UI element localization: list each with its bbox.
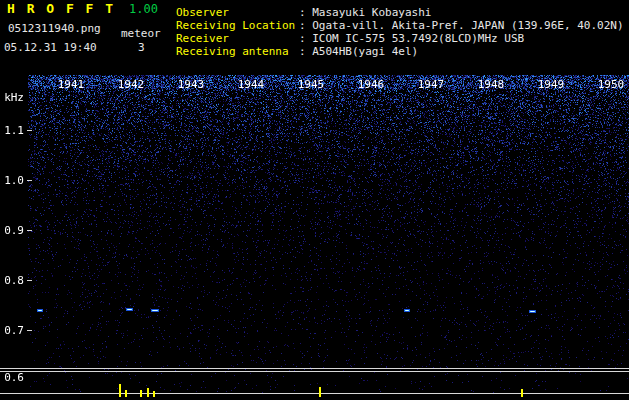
title-row: H R O F F T 1.00 xyxy=(7,2,158,16)
frequency-tick-label: 0.7 xyxy=(0,324,24,337)
separator-line xyxy=(0,393,629,394)
info-label: Receiving Location xyxy=(176,19,299,32)
time-label: 1950 xyxy=(598,78,625,91)
meter-tick xyxy=(140,390,142,397)
info-row: Receiver: ICOM IC-575 53.7492(8LCD)MHz U… xyxy=(176,32,624,45)
meter-tick xyxy=(125,390,127,397)
datetime-label: 05.12.31 19:40 xyxy=(4,41,97,54)
info-colon: : xyxy=(299,32,312,45)
meter-tick xyxy=(119,384,121,397)
time-label: 1948 xyxy=(478,78,505,91)
time-label: 1941 xyxy=(58,78,85,91)
time-label: 1949 xyxy=(538,78,565,91)
info-value: Ogata-vill. Akita-Pref. JAPAN (139.96E, … xyxy=(312,19,623,32)
info-label: Receiver xyxy=(176,32,299,45)
info-value: A504HB(yagi 4el) xyxy=(312,45,418,58)
echo-count: 3 xyxy=(138,41,145,54)
app-title: H R O F F T xyxy=(7,2,115,15)
frequency-tick-mark xyxy=(27,280,32,281)
time-label: 1944 xyxy=(238,78,265,91)
meter-tick xyxy=(147,388,149,397)
time-label: 1945 xyxy=(298,78,325,91)
frequency-tick-mark xyxy=(27,230,32,231)
info-value: ICOM IC-575 53.7492(8LCD)MHz USB xyxy=(312,32,524,45)
meter-tick xyxy=(153,391,155,397)
observer-info-block: Observer: Masayuki KobayashiReceiving Lo… xyxy=(176,6,624,58)
output-filename: 0512311940.png xyxy=(8,22,101,35)
frequency-tick-mark xyxy=(27,180,32,181)
time-axis: 1941194219431944194519461947194819491950 xyxy=(0,75,629,91)
hrofft-screen: H R O F F T 1.00 0512311940.png meteor 0… xyxy=(0,0,629,400)
info-row: Observer: Masayuki Kobayashi xyxy=(176,6,624,19)
frequency-tick-mark xyxy=(27,130,32,131)
info-value: Masayuki Kobayashi xyxy=(312,6,431,19)
info-label: Observer xyxy=(176,6,299,19)
info-row: Receiving Location: Ogata-vill. Akita-Pr… xyxy=(176,19,624,32)
frequency-tick-label: 1.0 xyxy=(0,174,24,187)
mode-label: meteor xyxy=(121,27,161,40)
info-colon: : xyxy=(299,45,312,58)
separator-line xyxy=(0,371,629,372)
time-label: 1947 xyxy=(418,78,445,91)
spectrogram-canvas xyxy=(28,75,629,393)
info-label: Receiving antenna xyxy=(176,45,299,58)
frequency-tick-label: 1.1 xyxy=(0,124,24,137)
frequency-unit-label: kHz xyxy=(0,91,24,104)
meter-tick xyxy=(521,389,523,397)
frequency-tick-label: 0.6 xyxy=(0,371,24,384)
separator-line xyxy=(0,368,629,369)
frequency-tick-label: 0.9 xyxy=(0,224,24,237)
info-colon: : xyxy=(299,19,312,32)
time-label: 1943 xyxy=(178,78,205,91)
frequency-tick-label: 0.8 xyxy=(0,274,24,287)
time-label: 1942 xyxy=(118,78,145,91)
info-row: Receiving antenna: A504HB(yagi 4el) xyxy=(176,45,624,58)
app-version-label: 1.00 xyxy=(129,3,158,16)
frequency-tick-mark xyxy=(27,330,32,331)
info-colon: : xyxy=(299,6,312,19)
meter-tick xyxy=(319,387,321,397)
time-label: 1946 xyxy=(358,78,385,91)
